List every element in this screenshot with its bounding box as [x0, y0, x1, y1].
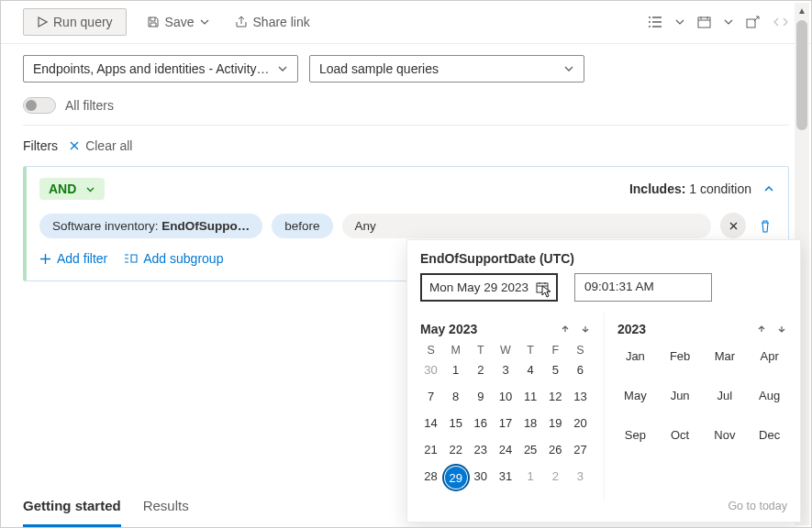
time-input[interactable]: 09:01:31 AM [574, 273, 712, 302]
calendar-icon[interactable] [697, 16, 711, 28]
month-cell[interactable]: Oct [661, 428, 700, 442]
month-cell[interactable]: Aug [750, 389, 789, 402]
prev-year-button[interactable] [756, 324, 767, 335]
delete-condition-button[interactable] [755, 219, 775, 233]
next-month-button[interactable] [580, 324, 591, 335]
day-cell[interactable]: 28 [418, 467, 443, 489]
scroll-up-arrow-icon[interactable]: ▲ [797, 3, 806, 18]
month-title: May 2023 [420, 322, 477, 336]
day-cell[interactable]: 2 [543, 467, 568, 489]
day-cell[interactable]: 1 [443, 360, 468, 380]
day-cell[interactable]: 20 [568, 413, 593, 433]
month-nav [560, 324, 591, 335]
scope-select[interactable]: Endpoints, Apps and identities - Activit… [23, 55, 298, 82]
collapse-button[interactable] [762, 182, 775, 195]
svg-rect-2 [537, 283, 548, 292]
day-cell[interactable]: 7 [418, 387, 443, 406]
save-icon [147, 16, 160, 28]
day-cell[interactable]: 17 [493, 413, 517, 433]
next-year-button[interactable] [776, 324, 787, 335]
month-cell[interactable]: Jun [661, 389, 700, 402]
includes-prefix: Includes: [629, 182, 685, 196]
logic-operator-pill[interactable]: AND [39, 178, 105, 200]
chevron-down-icon[interactable] [675, 16, 684, 28]
play-icon [37, 16, 48, 28]
field-chip[interactable]: Software inventory: EndOfSuppo… [39, 214, 262, 238]
save-button[interactable]: Save [141, 11, 215, 33]
day-cell[interactable]: 29 [445, 467, 467, 489]
day-cell[interactable]: 12 [543, 387, 568, 406]
day-cell[interactable]: 16 [468, 413, 493, 433]
go-to-today-button[interactable]: Go to today [407, 500, 800, 522]
month-cell[interactable]: Mar [706, 349, 745, 363]
day-cell[interactable]: 18 [518, 413, 543, 433]
month-cell[interactable]: Nov [706, 428, 745, 442]
day-cell[interactable]: 23 [468, 440, 493, 459]
year-title: 2023 [617, 322, 646, 336]
day-cell[interactable]: 11 [518, 387, 543, 406]
clear-all-button[interactable]: Clear all [69, 138, 132, 153]
day-cell[interactable]: 3 [568, 467, 593, 489]
day-cell[interactable]: 6 [568, 360, 593, 380]
day-cell[interactable]: 3 [493, 360, 517, 380]
day-cell[interactable]: 10 [493, 387, 517, 406]
day-cell[interactable]: 25 [518, 440, 543, 459]
month-cell[interactable]: May [616, 389, 655, 402]
popover-inputs: Mon May 29 2023 09:01:31 AM [407, 273, 800, 313]
year-nav [756, 324, 787, 335]
day-cell[interactable]: 14 [418, 413, 443, 433]
condition-row: Software inventory: EndOfSuppo… before A… [39, 213, 775, 238]
chevron-down-icon [277, 63, 288, 74]
day-cell[interactable]: 2 [468, 360, 493, 380]
tab-getting-started[interactable]: Getting started [23, 487, 121, 527]
add-filter-button[interactable]: Add filter [39, 251, 107, 266]
sample-queries-value: Load sample queries [319, 61, 439, 76]
day-cell[interactable]: 15 [443, 413, 468, 433]
run-query-button[interactable]: Run query [23, 8, 127, 36]
add-subgroup-button[interactable]: Add subgroup [124, 251, 223, 266]
prev-month-button[interactable] [560, 324, 571, 335]
day-cell[interactable]: 21 [418, 440, 443, 459]
export-icon[interactable] [746, 16, 760, 28]
day-cell[interactable]: 5 [543, 360, 568, 380]
code-icon[interactable] [773, 16, 789, 28]
divider [23, 125, 789, 126]
day-cell[interactable]: 24 [493, 440, 517, 459]
share-link-button[interactable]: Share link [229, 11, 316, 33]
scroll-thumb[interactable] [796, 20, 807, 130]
month-cell[interactable]: Sep [616, 428, 655, 442]
day-cell[interactable]: 4 [518, 360, 543, 380]
month-cell[interactable]: Dec [750, 428, 789, 442]
day-cell[interactable]: 22 [443, 440, 468, 459]
day-cell[interactable]: 13 [568, 387, 593, 406]
day-cell[interactable]: 27 [568, 440, 593, 459]
card-header: AND Includes: 1 condition [39, 178, 775, 200]
month-cell[interactable]: Apr [750, 349, 789, 363]
day-cell[interactable]: 26 [543, 440, 568, 459]
selector-row: Endpoints, Apps and identities - Activit… [1, 44, 811, 94]
list-view-icon[interactable] [648, 16, 662, 28]
value-chip[interactable]: Any [342, 214, 711, 238]
day-cell[interactable]: 9 [468, 387, 493, 406]
chevron-down-icon[interactable] [724, 16, 733, 28]
sample-queries-select[interactable]: Load sample queries [309, 55, 584, 82]
day-cell[interactable]: 19 [543, 413, 568, 433]
share-label: Share link [253, 15, 310, 29]
operator-chip[interactable]: before [272, 214, 332, 238]
date-picker-popover: EndOfSupportDate (UTC) Mon May 29 2023 0… [406, 239, 801, 522]
month-cell[interactable]: Feb [661, 349, 700, 363]
all-filters-toggle[interactable] [23, 97, 56, 114]
date-input[interactable]: Mon May 29 2023 [420, 273, 558, 302]
month-cell[interactable]: Jul [706, 389, 745, 402]
day-of-week-row: SMTWTFS [418, 344, 593, 357]
day-cell[interactable]: 1 [518, 467, 543, 489]
day-cell[interactable]: 30 [468, 467, 493, 489]
chevron-down-icon [200, 17, 209, 27]
clear-value-button[interactable] [720, 213, 746, 238]
day-cell[interactable]: 31 [493, 467, 517, 489]
month-cell[interactable]: Jan [616, 349, 655, 363]
day-cell[interactable]: 30 [418, 360, 443, 380]
day-cell[interactable]: 8 [443, 387, 468, 406]
tab-results[interactable]: Results [143, 487, 189, 527]
card-header-right: Includes: 1 condition [629, 182, 775, 196]
